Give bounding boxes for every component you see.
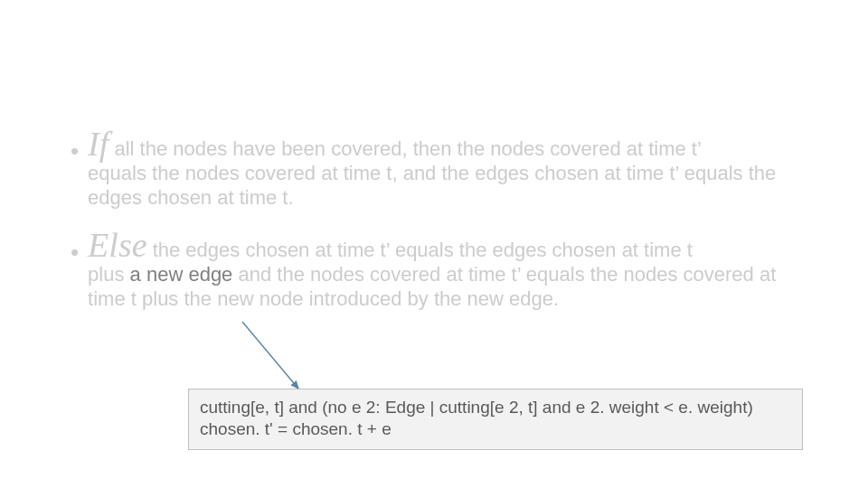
- bullet-else: • Else the edges chosen at time t’ equal…: [71, 228, 797, 311]
- svg-line-0: [242, 322, 298, 389]
- keyword-else: Else: [88, 228, 146, 262]
- bullet-if: • If all the nodes have been covered, th…: [71, 127, 797, 210]
- bullet-else-line1: the edges chosen at time t’ equals the e…: [147, 239, 693, 261]
- bullet-dot-icon: •: [71, 139, 79, 163]
- callout-line-2: chosen. t' = chosen. t + e: [200, 418, 791, 440]
- bullet-if-body: If all the nodes have been covered, then…: [88, 127, 797, 210]
- bullet-if-line1: all the nodes have been covered, then th…: [108, 137, 702, 160]
- keyword-if: If: [88, 127, 108, 161]
- arrow-icon: [235, 318, 344, 398]
- slide: • If all the nodes have been covered, th…: [0, 0, 868, 488]
- bullet-dot-icon: •: [71, 240, 79, 264]
- slide-content: • If all the nodes have been covered, th…: [71, 127, 797, 330]
- bullet-if-continuation: equals the nodes covered at time t, and …: [88, 162, 776, 209]
- callout-line-1: cutting[e, t] and (no e 2: Edge | cuttin…: [200, 397, 791, 418]
- bullet-else-highlight: a new edge: [130, 263, 233, 286]
- callout-box: cutting[e, t] and (no e 2: Edge | cuttin…: [188, 389, 803, 450]
- bullet-else-body: Else the edges chosen at time t’ equals …: [88, 228, 797, 311]
- bullet-else-prefix: plus: [88, 263, 129, 286]
